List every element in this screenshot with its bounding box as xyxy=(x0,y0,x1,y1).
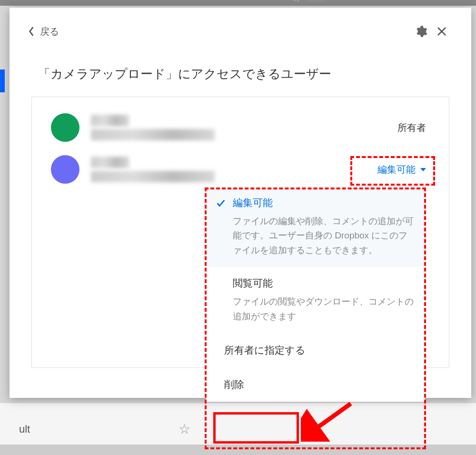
permission-menu: 編集可能 ファイルの編集や削除、コメントの追加が可能です。ユーザー自身の Dro… xyxy=(206,187,425,402)
back-button[interactable]: 戻る xyxy=(29,25,59,38)
close-icon xyxy=(436,26,447,37)
check-icon xyxy=(216,198,226,210)
star-icon: ☆ xyxy=(178,421,190,437)
menu-item-view[interactable]: 閲覧可能 ファイルの閲覧やダウンロード、コメントの追加ができます xyxy=(206,267,425,333)
menu-item-desc: ファイルの閲覧やダウンロード、コメントの追加ができます xyxy=(233,295,414,324)
menu-item-title: 所有者に指定する xyxy=(224,344,414,357)
bg-search: 検索 xyxy=(290,0,325,4)
close-button[interactable] xyxy=(431,21,452,42)
role-owner: 所有者 xyxy=(397,121,430,134)
menu-item-title: 削除 xyxy=(224,378,414,391)
user-email-redacted xyxy=(91,171,215,182)
modal-title: 「カメラアップロード」にアクセスできるユーザー xyxy=(10,51,471,97)
back-label: 戻る xyxy=(40,25,59,38)
user-name-redacted xyxy=(91,115,129,126)
user-row-owner: 所有者 xyxy=(32,107,449,148)
avatar xyxy=(51,155,79,184)
menu-item-edit[interactable]: 編集可能 ファイルの編集や削除、コメントの追加が可能です。ユーザー自身の Dro… xyxy=(206,187,425,267)
user-email-redacted xyxy=(91,129,215,140)
menu-item-make-owner[interactable]: 所有者に指定する xyxy=(206,333,425,367)
avatar xyxy=(51,113,79,142)
caret-down-icon xyxy=(420,168,426,171)
user-row-member: 編集可能 xyxy=(32,148,449,190)
chevron-left-icon xyxy=(29,27,34,36)
user-name-redacted xyxy=(91,157,129,168)
menu-item-title: 閲覧可能 xyxy=(233,277,414,290)
settings-button[interactable] xyxy=(410,21,431,42)
menu-item-delete[interactable]: 削除 xyxy=(206,367,425,402)
svg-line-1 xyxy=(297,0,299,1)
gear-icon xyxy=(414,25,427,38)
menu-item-title: 編集可能 xyxy=(233,196,414,209)
menu-item-desc: ファイルの編集や削除、コメントの追加が可能です。ユーザー自身の Dropbox … xyxy=(233,214,414,257)
permission-dropdown[interactable]: 編集可能 xyxy=(377,163,430,176)
permission-label: 編集可能 xyxy=(377,163,416,176)
